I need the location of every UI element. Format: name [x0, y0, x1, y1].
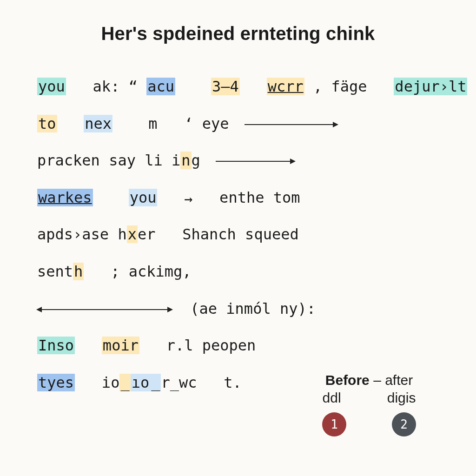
word-34: 3–4: [211, 78, 240, 95]
word-inso: Inso: [37, 337, 75, 354]
word-pracken: pracken say li i: [37, 152, 180, 169]
word-shanch: Shanch squeed: [182, 225, 298, 243]
line-1: you ak: “ acu 3–4 wcrr , fäge dejur›lt ”: [37, 70, 439, 104]
quote-open: “: [129, 78, 138, 95]
word-nex: nex: [84, 115, 112, 132]
text-body: you ak: “ acu 3–4 wcrr , fäge dejur›lt ”…: [37, 70, 439, 400]
word-acu: acu: [146, 78, 175, 95]
word-ak: ak:: [93, 78, 120, 95]
word-wc: wc: [179, 374, 197, 391]
word: [75, 78, 84, 95]
hl-h: h: [73, 263, 84, 280]
word-t: t.: [224, 374, 242, 391]
arrow-right-icon: [216, 161, 295, 162]
dot-1: 1: [322, 412, 346, 436]
word-r: r: [161, 374, 170, 391]
arrow-bidir-icon: [37, 309, 172, 310]
arrow-right-icon: [245, 124, 337, 125]
legend-box: Before – after ddl digis 1 2: [299, 372, 439, 436]
u2: _: [150, 374, 161, 391]
quote-single: ‘: [184, 115, 193, 132]
word-io2: ıo: [131, 374, 151, 391]
legend-after: after: [385, 372, 413, 388]
arrow-right-short-icon: →: [184, 190, 192, 206]
word-g: g: [192, 152, 200, 169]
word-ackimg: ackimg,: [129, 263, 192, 280]
word-moir: moir: [102, 337, 139, 354]
legend-before: Before: [325, 372, 370, 388]
semicolon: ;: [111, 263, 119, 280]
line-8: Inso moir r.l peopen: [37, 329, 439, 363]
u1: _: [119, 374, 130, 391]
hl-n: n: [180, 152, 191, 169]
line-5: apds›ase hxer Shanch squeed: [37, 218, 439, 252]
word-you2: you: [129, 189, 158, 206]
word-warkes: warkes: [37, 189, 93, 206]
hl-x: x: [127, 225, 138, 243]
word-to: to: [37, 115, 57, 132]
word-sent: sent: [37, 263, 73, 280]
line-6: senth ; ackimg,: [37, 255, 439, 289]
line-2: to nex m ‘ eye: [37, 107, 439, 141]
word-dejult: dejur›lt: [394, 78, 467, 95]
dot-2: 2: [392, 412, 416, 436]
word-er: er: [138, 225, 156, 243]
word-wcrr: wcrr: [267, 78, 304, 95]
legend-dash: –: [373, 372, 381, 388]
line-3: pracken say li ing: [37, 144, 439, 178]
word-apdsase: apds›ase h: [37, 225, 127, 243]
word-m: m: [148, 115, 157, 132]
word-tyes: tyes: [37, 374, 75, 391]
word-eye: eye: [202, 115, 229, 132]
legend-right: digis: [387, 390, 416, 406]
word-you: you: [37, 78, 66, 95]
u3: _: [170, 374, 179, 391]
word-rl: r.l peopen: [166, 337, 256, 354]
page-title: Her's spdeined ernteting chink: [37, 23, 439, 44]
word-enthe: enthe tom: [219, 189, 300, 206]
line-7: (ae inmól ny):: [37, 292, 439, 326]
line-4: warkes you → enthe tom: [37, 181, 439, 215]
legend-left: ddl: [323, 390, 341, 406]
legend-title: Before – after: [299, 372, 439, 388]
paren-text: (ae inmól ny):: [190, 300, 316, 317]
word-fage: , fäge: [313, 78, 367, 95]
word-io: io: [102, 374, 120, 391]
